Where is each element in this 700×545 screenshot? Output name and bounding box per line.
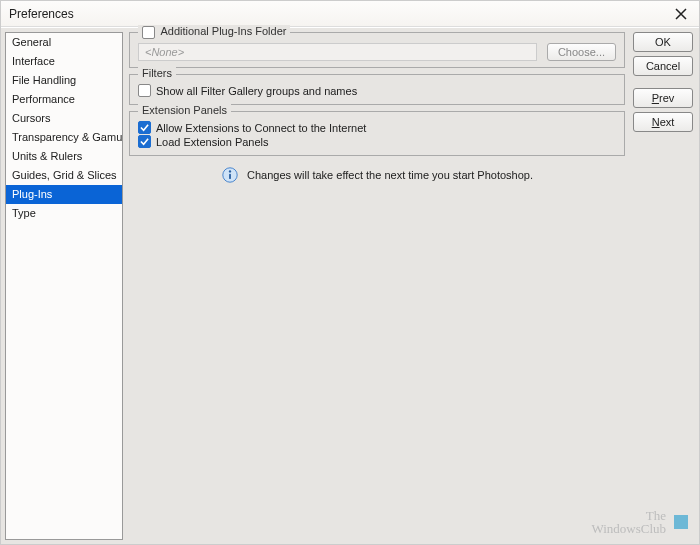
additional-plugins-label: Additional Plug-Ins Folder [160, 25, 286, 37]
show-all-filter-checkbox[interactable] [138, 84, 151, 97]
prev-button[interactable]: Prev [633, 88, 693, 108]
sidebar-item-plugins[interactable]: Plug-Ins [6, 185, 122, 204]
allow-extensions-label: Allow Extensions to Connect to the Inter… [156, 122, 366, 134]
sidebar-item-file-handling[interactable]: File Handling [6, 71, 122, 90]
next-button[interactable]: Next [633, 112, 693, 132]
sidebar-item-cursors[interactable]: Cursors [6, 109, 122, 128]
ok-button[interactable]: OK [633, 32, 693, 52]
content-area: General Interface File Handling Performa… [1, 27, 699, 544]
cancel-button[interactable]: Cancel [633, 56, 693, 76]
info-icon [221, 166, 239, 184]
sidebar-item-units-rulers[interactable]: Units & Rulers [6, 147, 122, 166]
extension-panels-group: Extension Panels Allow Extensions to Con… [129, 111, 625, 156]
sidebar-item-general[interactable]: General [6, 33, 122, 52]
close-icon [675, 8, 687, 20]
group-legend-additional: Additional Plug-Ins Folder [138, 25, 290, 39]
group-legend-filters: Filters [138, 67, 176, 79]
sidebar-item-transparency[interactable]: Transparency & Gamut [6, 128, 122, 147]
sidebar-item-guides-grid[interactable]: Guides, Grid & Slices [6, 166, 122, 185]
titlebar: Preferences [1, 1, 699, 27]
category-sidebar: General Interface File Handling Performa… [5, 32, 123, 540]
main-panel: Additional Plug-Ins Folder <None> Choose… [123, 28, 631, 544]
window-title: Preferences [9, 7, 74, 21]
allow-extensions-checkbox[interactable] [138, 121, 151, 134]
load-extension-checkbox[interactable] [138, 135, 151, 148]
preferences-window: Preferences General Interface File Handl… [0, 0, 700, 545]
sidebar-item-performance[interactable]: Performance [6, 90, 122, 109]
svg-point-1 [229, 170, 231, 172]
filters-group: Filters Show all Filter Gallery groups a… [129, 74, 625, 105]
choose-button[interactable]: Choose... [547, 43, 616, 61]
additional-plugins-checkbox[interactable] [142, 26, 155, 39]
group-legend-extension: Extension Panels [138, 104, 231, 116]
sidebar-item-type[interactable]: Type [6, 204, 122, 223]
info-text: Changes will take effect the next time y… [247, 169, 533, 181]
close-button[interactable] [671, 4, 691, 24]
show-all-filter-label: Show all Filter Gallery groups and names [156, 85, 357, 97]
svg-rect-2 [229, 174, 231, 179]
dialog-buttons: OK Cancel Prev Next [631, 28, 699, 544]
load-extension-label: Load Extension Panels [156, 136, 269, 148]
check-icon [140, 137, 149, 146]
additional-plugins-path: <None> [138, 43, 537, 61]
check-icon [140, 123, 149, 132]
info-row: Changes will take effect the next time y… [129, 166, 625, 184]
sidebar-item-interface[interactable]: Interface [6, 52, 122, 71]
additional-plugins-group: Additional Plug-Ins Folder <None> Choose… [129, 32, 625, 68]
